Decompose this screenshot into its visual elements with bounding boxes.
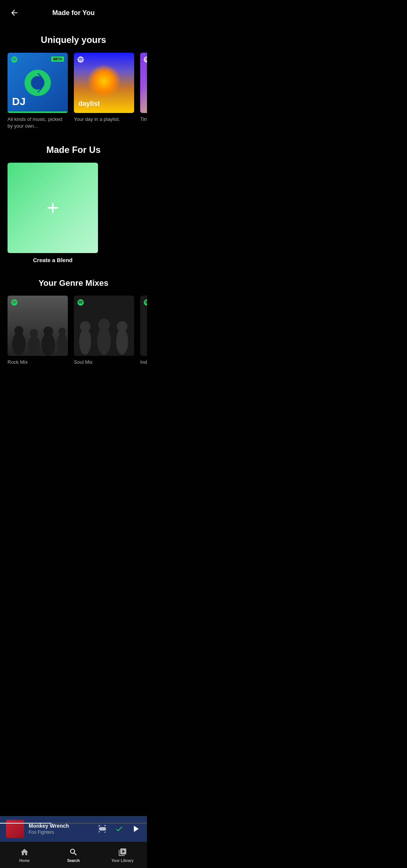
connect-device-button[interactable]	[97, 824, 108, 834]
now-playing-bar[interactable]: Monkey Wrench Foo Fighters	[0, 816, 147, 842]
summer-rewind-text: Your Summer Rewind	[143, 75, 147, 91]
progress-fill	[0, 823, 52, 824]
create-blend-card[interactable]: + Create a Blend	[8, 163, 98, 263]
rock-mix-image	[8, 296, 68, 356]
search-icon	[69, 847, 78, 857]
soul-mix-image	[74, 296, 134, 356]
spotify-logo-icon	[11, 56, 18, 63]
indie-mix-label: Indie Mix	[140, 359, 147, 366]
svg-point-5	[30, 329, 38, 337]
svg-point-13	[98, 319, 110, 331]
soul-mix-label: Soul Mix	[74, 359, 134, 366]
nav-library-label: Your Library	[112, 859, 134, 863]
playback-progress-bar[interactable]	[0, 823, 147, 824]
blend-plus-icon: +	[47, 197, 59, 218]
blend-card-image: +	[8, 163, 98, 253]
summer-rewind-image: Your Summer Rewind	[140, 53, 147, 113]
daylist-card-description: Your day in a playlist.	[74, 116, 134, 123]
dj-card[interactable]: BETA DJ All kinds of music, picked by yo…	[8, 53, 68, 130]
spotify-indie-icon	[143, 299, 147, 306]
nav-search[interactable]: Search	[49, 844, 98, 866]
artist-name: Foo Fighters	[29, 830, 93, 835]
summer-rewind-card[interactable]: Your Summer Rewind Time for Summer Rew..…	[140, 53, 147, 130]
track-name: Monkey Wrench	[29, 823, 93, 829]
indie-mix-card[interactable]: Indie Mix	[140, 296, 147, 366]
scroll-area: Uniquely yours BETA DJ	[0, 26, 147, 432]
svg-point-8	[57, 333, 67, 354]
svg-point-2	[12, 333, 26, 355]
dj-icon	[23, 68, 53, 98]
genre-mixes-title: Your Genre Mixes	[0, 278, 147, 296]
svg-point-10	[79, 328, 91, 355]
back-button[interactable]	[8, 6, 21, 20]
dj-label: DJ	[12, 96, 26, 108]
svg-point-7	[43, 326, 53, 336]
daylist-card-image: daylist	[74, 53, 134, 113]
svg-point-15	[117, 321, 127, 332]
playback-controls	[97, 824, 141, 834]
page-title: Made for You	[21, 9, 126, 17]
svg-point-3	[14, 326, 23, 335]
indie-person-silhouette	[140, 308, 147, 356]
spotify-soul-icon	[77, 299, 84, 306]
daylist-label-overlay: daylist	[78, 100, 100, 108]
nav-home[interactable]: Home	[0, 844, 49, 866]
header: Made for You	[0, 0, 147, 26]
nav-home-label: Home	[19, 859, 30, 863]
svg-point-14	[116, 328, 128, 355]
made-for-us-title: Made For Us	[0, 145, 147, 163]
bottom-nav: Home Search Your Library	[0, 842, 147, 868]
made-for-us-section: Made For Us + Create a Blend	[0, 136, 147, 269]
liked-button[interactable]	[114, 824, 124, 834]
dj-card-image: BETA DJ	[8, 53, 68, 113]
uniquely-yours-cards: BETA DJ All kinds of music, picked by yo…	[0, 53, 147, 130]
soul-band-silhouette	[74, 308, 134, 356]
indie-mix-image	[140, 296, 147, 356]
rock-mix-label: Rock Mix	[8, 359, 68, 366]
spotify-logo-summer-icon	[143, 56, 147, 63]
nav-search-label: Search	[67, 859, 80, 863]
svg-point-6	[41, 333, 55, 356]
track-info: Monkey Wrench Foo Fighters	[29, 823, 93, 835]
play-button[interactable]	[130, 824, 141, 834]
dj-card-description: All kinds of music, picked by your own..…	[8, 116, 68, 130]
library-icon	[118, 847, 127, 857]
svg-point-11	[80, 321, 90, 332]
svg-point-9	[58, 328, 66, 335]
spotify-rock-icon	[11, 299, 18, 306]
uniquely-yours-title: Uniquely yours	[0, 35, 147, 53]
summer-rewind-description: Time for Summer Rew...	[140, 116, 147, 123]
daylist-card[interactable]: daylist Your day in a playlist.	[74, 53, 134, 130]
rock-mix-card[interactable]: Rock Mix	[8, 296, 68, 366]
nav-library[interactable]: Your Library	[98, 844, 147, 866]
beta-badge: BETA	[51, 56, 64, 62]
genre-mixes-cards: Rock Mix Soul Mix	[0, 296, 147, 366]
home-icon	[20, 847, 29, 857]
genre-mixes-section: Your Genre Mixes	[0, 269, 147, 372]
spotify-logo-daylist-icon	[77, 56, 84, 63]
rock-band-silhouette	[8, 314, 68, 356]
blend-card-label: Create a Blend	[8, 257, 98, 263]
svg-point-12	[97, 326, 111, 355]
svg-point-4	[28, 336, 40, 356]
uniquely-yours-section: Uniquely yours BETA DJ	[0, 26, 147, 136]
dj-bar	[8, 111, 68, 113]
soul-mix-card[interactable]: Soul Mix	[74, 296, 134, 366]
made-for-us-cards: + Create a Blend	[0, 163, 147, 263]
